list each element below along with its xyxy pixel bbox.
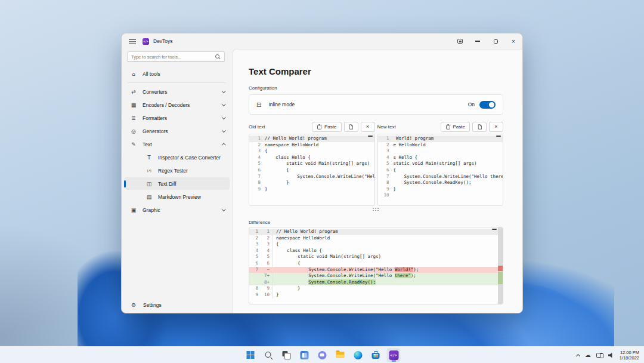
sidebar-item-generators[interactable]: ◎Generators bbox=[124, 125, 230, 137]
clock[interactable]: 12:00 PM 1/18/2022 bbox=[620, 350, 639, 361]
sidebar-item-converters[interactable]: ⇄Converters bbox=[124, 85, 230, 98]
devtoys-logo-icon: </> bbox=[143, 38, 149, 45]
old-paste-button[interactable]: Paste bbox=[312, 122, 341, 132]
old-text-label: Old text bbox=[249, 124, 309, 130]
start-icon[interactable] bbox=[244, 348, 258, 362]
scrollbar-thumb[interactable] bbox=[492, 229, 497, 230]
line-number: 7 bbox=[249, 174, 265, 180]
editor-line: 5 static void Main(string[] args) bbox=[249, 161, 374, 167]
store-glyph bbox=[372, 353, 380, 359]
editor-line: 3{ bbox=[249, 148, 374, 155]
onedrive-cloud-icon[interactable]: ☁ bbox=[585, 352, 591, 358]
sidebar-item-label: Markdown Preview bbox=[158, 194, 225, 200]
line-number: 3 bbox=[249, 148, 265, 155]
sidebar-item-all-tools[interactable]: ⌂All tools bbox=[124, 67, 230, 80]
diff-code-text: System.Console.ReadKey(); bbox=[276, 279, 376, 286]
old-text-editor[interactable]: 1// Hello World! program2namespace Hello… bbox=[249, 134, 375, 206]
sidebar-item-label: Regex Tester bbox=[158, 168, 225, 174]
sidebar-item-settings[interactable]: ⚙ Settings bbox=[122, 297, 232, 313]
old-line-number: 4 bbox=[249, 248, 261, 254]
chat-icon[interactable] bbox=[315, 348, 329, 362]
line-number: 5 bbox=[249, 161, 265, 167]
network-icon[interactable] bbox=[596, 353, 603, 358]
new-load-file-button[interactable] bbox=[472, 122, 487, 132]
hamburger-menu-icon[interactable] bbox=[129, 39, 136, 44]
gear-icon: ⚙ bbox=[130, 302, 137, 308]
inline-mode-toggle[interactable] bbox=[479, 101, 496, 109]
line-number: 8 bbox=[378, 180, 394, 186]
old-clear-button[interactable]: × bbox=[361, 122, 375, 132]
line-number: 5 bbox=[378, 161, 394, 167]
editor-line: 9} bbox=[249, 186, 374, 193]
old-line-number: 7 bbox=[249, 267, 261, 273]
search-glyph bbox=[264, 351, 273, 359]
new-clear-button[interactable]: × bbox=[489, 122, 503, 132]
new-text-editor[interactable]: 1 World! program2e HelloWorld34s Hello {… bbox=[377, 134, 504, 206]
minimize-button[interactable] bbox=[469, 33, 487, 49]
maximize-button[interactable] bbox=[487, 33, 504, 49]
sidebar-item-regex-tester[interactable]: (.*)Regex Tester bbox=[124, 164, 230, 177]
line-number: 6 bbox=[249, 167, 265, 174]
sidebar-item-formatters[interactable]: ≣Formatters bbox=[124, 112, 230, 124]
line-number: 7 bbox=[378, 174, 394, 180]
sidebar-divider bbox=[128, 82, 226, 83]
search-icon[interactable] bbox=[215, 54, 221, 60]
new-paste-button[interactable]: Paste bbox=[441, 122, 470, 132]
scrollbar-thumb[interactable] bbox=[496, 136, 501, 137]
edge-icon[interactable] bbox=[351, 348, 365, 362]
clear-icon: × bbox=[366, 124, 369, 130]
file-explorer-icon[interactable] bbox=[333, 348, 347, 362]
search-input[interactable] bbox=[131, 54, 215, 60]
editor-line: 8 System.Console.ReadKey(); bbox=[378, 180, 503, 186]
scrollbar-thumb[interactable] bbox=[368, 136, 373, 137]
line-number: 1 bbox=[378, 136, 394, 142]
widgets-icon[interactable] bbox=[298, 348, 311, 362]
new-line-number: 3 bbox=[261, 241, 273, 248]
sidebar-item-graphic[interactable]: ▣Graphic bbox=[124, 204, 230, 216]
devtoys-icon[interactable]: </> bbox=[387, 348, 401, 362]
page-title: Text Comparer bbox=[249, 66, 503, 76]
removed-line-marker bbox=[498, 266, 503, 271]
diff-scrollbar-track[interactable] bbox=[498, 227, 503, 304]
sidebar-item-label: Generators bbox=[143, 128, 222, 134]
devtoys-window: </> DevToys × ⌂All tools⇄Converters▦Enco… bbox=[121, 33, 523, 313]
diff-row-same: 33{ bbox=[249, 241, 503, 248]
text-icon: ✎ bbox=[130, 141, 137, 147]
code-text: System.Console.WriteLine("Hello there"); bbox=[394, 174, 504, 180]
sidebar-item-text-diff[interactable]: ◫Text Diff bbox=[124, 177, 230, 190]
old-line-number bbox=[249, 273, 261, 279]
tray-overflow-chevron-icon[interactable] bbox=[576, 353, 580, 358]
chevron-up-icon bbox=[222, 143, 225, 147]
sidebar-item-text[interactable]: ✎Text bbox=[124, 138, 230, 150]
compact-overlay-button[interactable] bbox=[451, 33, 469, 49]
old-line-number: 3 bbox=[249, 241, 261, 248]
line-number: 2 bbox=[378, 142, 394, 149]
tray-time: 12:00 PM bbox=[620, 350, 639, 355]
sidebar-item-encoders-decoders[interactable]: ▦Encoders / Decoders bbox=[124, 99, 230, 111]
close-button[interactable]: × bbox=[504, 33, 522, 49]
search-box[interactable] bbox=[127, 51, 225, 62]
file-icon bbox=[477, 124, 482, 130]
code-text: // Hello World! program bbox=[265, 136, 327, 142]
sidebar-item-label: All tools bbox=[143, 71, 225, 77]
volume-icon[interactable] bbox=[608, 353, 614, 358]
titlebar: </> DevToys × bbox=[122, 33, 522, 49]
chevron-down-icon bbox=[222, 102, 225, 106]
panel-splitter-handle[interactable] bbox=[372, 208, 380, 211]
new-line-number: 2 bbox=[261, 235, 273, 242]
diff-row-same: 22namespace HelloWorld bbox=[249, 235, 503, 242]
chevron-down-icon bbox=[222, 115, 225, 119]
configuration-label: Configuration bbox=[249, 85, 503, 91]
sidebar-item-markdown-preview[interactable]: ▤Markdown Preview bbox=[124, 190, 230, 203]
store-icon[interactable] bbox=[369, 348, 383, 362]
old-load-file-button[interactable] bbox=[344, 122, 358, 132]
difference-view[interactable]: 11// Hello World! program22namespace Hel… bbox=[249, 227, 503, 304]
sidebar-item-label: Graphic bbox=[143, 207, 222, 213]
diff-code-text: static void Main(string[] args) bbox=[276, 254, 381, 260]
search-icon[interactable] bbox=[262, 348, 275, 362]
task-view-icon[interactable] bbox=[280, 348, 293, 362]
sidebar-item-inspector-case-converter[interactable]: TInspector & Case Converter bbox=[124, 151, 230, 164]
diff-code-text: { bbox=[276, 241, 279, 248]
new-line-number: 8+ bbox=[261, 279, 273, 286]
task-view-glyph bbox=[282, 351, 290, 359]
